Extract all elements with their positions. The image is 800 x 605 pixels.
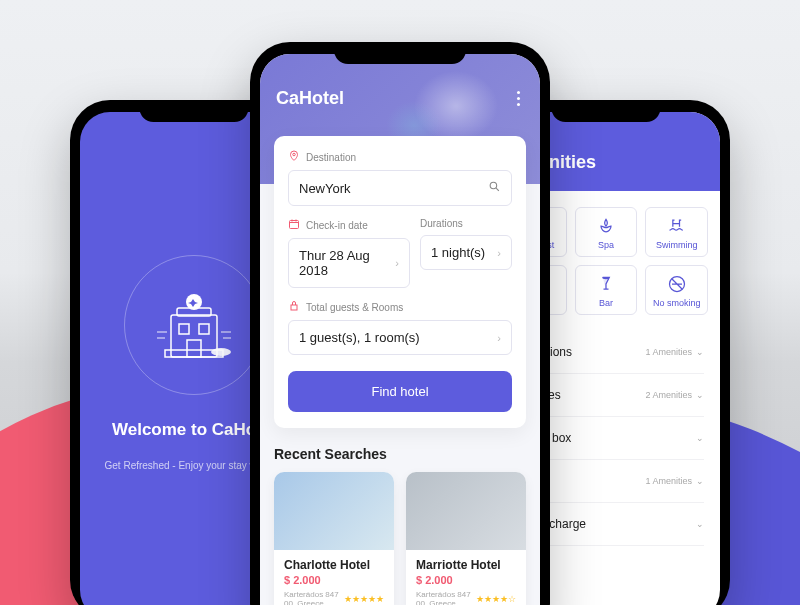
star-rating: ★★★★★	[344, 594, 384, 604]
search-card: Destination NewYork Check-in date	[274, 136, 526, 428]
amenity-bar[interactable]: Bar	[575, 265, 638, 315]
hotel-card[interactable]: Marriotte Hotel $ 2.000 Karterádos 847 0…	[406, 472, 526, 605]
svg-rect-13	[291, 305, 297, 310]
svg-point-10	[293, 153, 296, 156]
guests-icon	[288, 300, 300, 314]
guests-label: Total guests & Rooms	[306, 302, 403, 313]
chevron-down-icon: ⌄	[696, 519, 704, 529]
hotel-image	[274, 472, 394, 550]
star-rating: ★★★★☆	[476, 594, 516, 604]
hotel-illustration	[124, 260, 264, 390]
amenity-no-smoking[interactable]: No smoking	[645, 265, 708, 315]
svg-point-11	[490, 182, 497, 189]
checkin-input[interactable]: Thur 28 Aug 2018 ›	[288, 238, 410, 288]
guests-input[interactable]: 1 guest(s), 1 room(s) ›	[288, 320, 512, 355]
chevron-right-icon: ›	[497, 332, 501, 344]
checkin-label: Check-in date	[306, 220, 368, 231]
calendar-icon	[288, 218, 300, 232]
chevron-down-icon: ⌄	[696, 476, 704, 486]
app-brand: CaHotel	[276, 88, 344, 109]
recent-searches-title: Recent Searches	[274, 446, 526, 462]
more-icon[interactable]	[517, 91, 524, 106]
find-hotel-button[interactable]: Find hotel	[288, 371, 512, 412]
hotel-image	[406, 472, 526, 550]
chevron-down-icon: ⌄	[696, 433, 704, 443]
duration-label: Durations	[420, 218, 463, 229]
phone-search: CaHotel Destination NewYork	[250, 42, 550, 605]
chevron-right-icon: ›	[395, 257, 399, 269]
search-icon[interactable]	[488, 180, 501, 196]
pin-icon	[288, 150, 300, 164]
svg-rect-12	[290, 221, 299, 229]
amenity-spa[interactable]: Spa	[575, 207, 638, 257]
duration-input[interactable]: 1 night(s) ›	[420, 235, 512, 270]
chevron-down-icon: ⌄	[696, 390, 704, 400]
destination-label: Destination	[306, 152, 356, 163]
chevron-down-icon: ⌄	[696, 347, 704, 357]
amenity-swimming[interactable]: Swimming	[645, 207, 708, 257]
hotel-card[interactable]: Charlotte Hotel $ 2.000 Karterádos 847 0…	[274, 472, 394, 605]
destination-input[interactable]: NewYork	[288, 170, 512, 206]
chevron-right-icon: ›	[497, 247, 501, 259]
